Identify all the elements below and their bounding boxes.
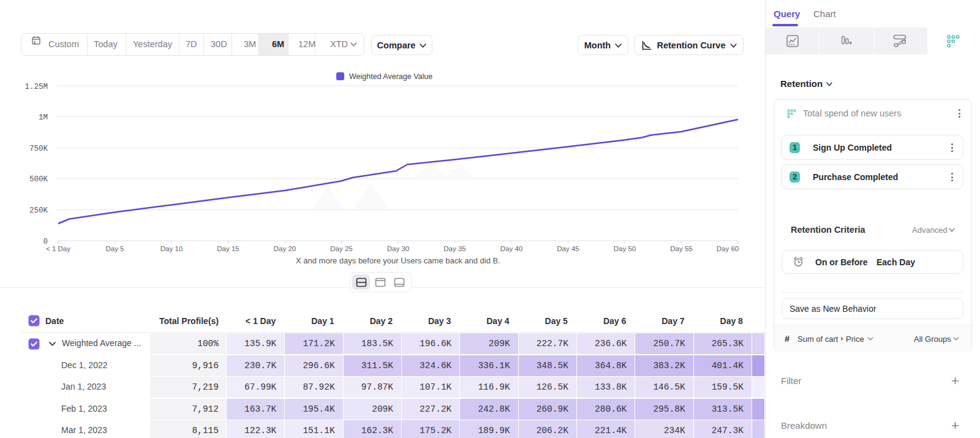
svg-text:Day 35: Day 35 <box>443 245 466 252</box>
svg-text:1M: 1M <box>39 113 48 122</box>
svg-text:Weighted Average Value: Weighted Average Value <box>349 72 432 81</box>
svg-text:Day 45: Day 45 <box>557 245 579 252</box>
svg-text:Day 25: Day 25 <box>330 245 352 252</box>
svg-text:Day 50: Day 50 <box>614 245 636 252</box>
svg-text:Day 40: Day 40 <box>500 245 522 252</box>
svg-text:Day 15: Day 15 <box>217 245 239 252</box>
svg-text:500K: 500K <box>29 175 48 184</box>
svg-text:250K: 250K <box>29 206 48 215</box>
svg-text:Day 5: Day 5 <box>105 245 124 252</box>
svg-text:Day 20: Day 20 <box>274 245 296 252</box>
svg-text:1.25M: 1.25M <box>24 83 48 91</box>
svg-text:< 1 Day: < 1 Day <box>46 245 70 252</box>
svg-text:Day 60: Day 60 <box>717 245 739 252</box>
svg-text:Day 55: Day 55 <box>670 245 692 252</box>
svg-text:Day 30: Day 30 <box>387 245 409 252</box>
svg-text:750K: 750K <box>29 145 48 153</box>
svg-text:Day 10: Day 10 <box>160 245 183 252</box>
